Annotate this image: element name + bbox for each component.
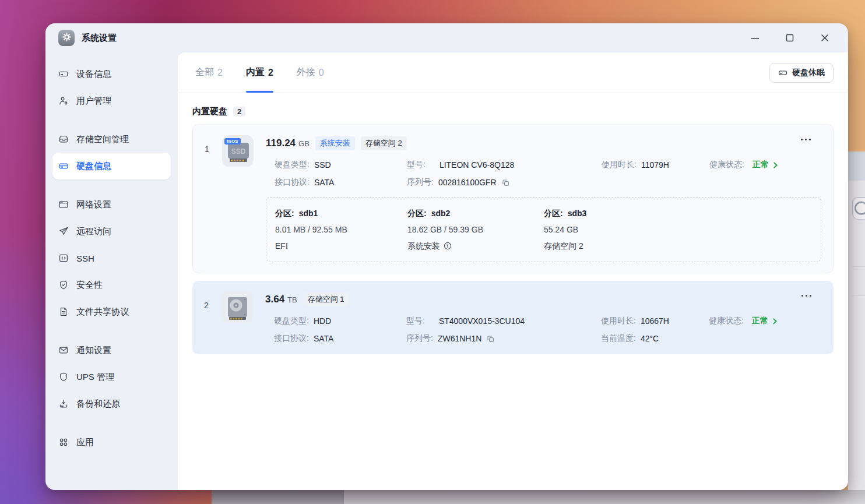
- sidebar-item-disk-info[interactable]: 硬盘信息: [52, 153, 171, 179]
- partition-sdb2: 分区:sdb2 18.62 GB / 59.39 GB 系统安装: [407, 205, 544, 254]
- sidebar-item-label: 用户管理: [76, 96, 111, 107]
- disk-2-health-link[interactable]: 健康状态: 正常: [709, 316, 822, 326]
- hdd-drive-icon: [221, 291, 253, 323]
- apps-grid-icon: [58, 437, 69, 447]
- sidebar-item-apps[interactable]: 应用: [52, 429, 171, 456]
- disk-capacity: 3.64: [265, 294, 284, 305]
- disk-type-value: HDD: [314, 316, 331, 326]
- system-settings-window: 系统设置 设备信息: [45, 23, 848, 490]
- field-label: 使用时长:: [601, 316, 636, 326]
- tab-external-disks[interactable]: 外接 0: [297, 52, 324, 93]
- chevron-right-icon: [772, 162, 779, 168]
- sidebar-item-security[interactable]: 安全性: [52, 272, 171, 298]
- tab-label: 内置: [246, 66, 265, 79]
- partition-box: 分区:sdb1 8.01 MB / 92.55 MB EFI 分区:sdb2 1…: [266, 197, 821, 262]
- sidebar-item-backup-restore[interactable]: 备份和还原: [52, 390, 171, 417]
- disk-sleep-button[interactable]: 硬盘休眠: [769, 63, 834, 83]
- sidebar-item-ssh[interactable]: SSH: [52, 245, 171, 272]
- sidebar-item-label: 通知设置: [76, 345, 111, 356]
- partition-name: sdb2: [431, 209, 451, 218]
- info-icon[interactable]: [444, 242, 452, 250]
- maximize-button[interactable]: [785, 33, 794, 43]
- partition-label: 分区:: [544, 209, 563, 218]
- disk-serial-value: 002816100GFR: [438, 178, 497, 187]
- sidebar-item-ups-management[interactable]: UPS 管理: [52, 364, 171, 390]
- sidebar-item-network-settings[interactable]: 网络设置: [52, 191, 171, 218]
- disk-protocol-value: SATA: [314, 178, 335, 187]
- close-button[interactable]: [820, 33, 829, 43]
- fnos-badge: fnOS: [224, 138, 241, 144]
- field-label: 硬盘类型:: [274, 316, 309, 326]
- window-title: 系统设置: [82, 33, 117, 44]
- tab-all-disks[interactable]: 全部 2: [195, 52, 223, 93]
- field-label: 健康状态:: [709, 316, 744, 326]
- document-icon: [58, 306, 69, 317]
- disk-capacity-unit: GB: [298, 139, 310, 148]
- health-status-value: 正常: [753, 160, 769, 170]
- disk-protocol-value: SATA: [314, 334, 334, 343]
- chevron-right-icon: [772, 318, 778, 325]
- sidebar-item-label: 安全性: [76, 280, 103, 291]
- search-icon: [853, 212, 865, 221]
- sidebar-item-remote-access[interactable]: 远程访问: [52, 218, 171, 245]
- svg-text:SSD: SSD: [231, 147, 246, 156]
- field-label: 型号:: [407, 160, 426, 170]
- sidebar-item-label: UPS 管理: [76, 372, 114, 383]
- storage-space-tag: 存储空间 2: [361, 136, 407, 150]
- copy-icon[interactable]: [501, 178, 510, 187]
- settings-sidebar: 设备信息 用户管理 存储空间管理: [45, 52, 178, 490]
- partition-name: sdb1: [299, 209, 318, 218]
- ssd-drive-icon: SSD fnOS: [222, 135, 254, 167]
- disk-1-more-menu-button[interactable]: [799, 136, 813, 143]
- sidebar-item-label: 远程访问: [76, 226, 111, 237]
- field-label: 使用时长:: [602, 160, 637, 170]
- tab-count: 2: [217, 68, 223, 78]
- network-window-icon: [58, 199, 69, 210]
- tab-label: 外接: [297, 66, 315, 79]
- partition-role: 系统安装: [407, 238, 440, 254]
- tab-internal-disks[interactable]: 内置 2: [246, 52, 273, 93]
- background-taskbar-segment: [212, 490, 344, 504]
- disk-capacity: 119.24: [266, 138, 296, 149]
- partition-size: 18.62 GB / 59.39 GB: [407, 221, 544, 238]
- disk-info-panel: 全部 2 内置 2 外接 0: [178, 52, 848, 490]
- background-window-titlebar: [848, 151, 865, 181]
- partition-label: 分区:: [407, 209, 427, 218]
- sidebar-item-label: 文件共享协议: [76, 306, 129, 318]
- field-label: 健康状态:: [709, 160, 744, 170]
- code-box-icon: [58, 253, 69, 263]
- disk-model-value: ST4000VX015-3CU104: [439, 316, 525, 326]
- envelope-icon: [58, 345, 69, 355]
- disk-1-health-link[interactable]: 健康状态: 正常: [709, 160, 821, 170]
- sidebar-item-label: SSH: [76, 253, 94, 263]
- disk-2-more-menu-button[interactable]: [799, 292, 814, 299]
- section-title: 内置硬盘: [192, 106, 227, 117]
- minimize-button[interactable]: [750, 33, 759, 43]
- disk-card-2: 2: [192, 281, 834, 354]
- partition-role: 存储空间 2: [544, 238, 583, 254]
- field-label: 当前温度:: [601, 333, 636, 344]
- field-label: 硬盘类型:: [275, 160, 310, 170]
- copy-icon[interactable]: [486, 334, 495, 343]
- shield-icon: [58, 372, 69, 382]
- user-gear-icon: [58, 96, 69, 106]
- disk-type-value: SSD: [314, 160, 331, 170]
- sidebar-item-storage-management[interactable]: 存储空间管理: [52, 126, 171, 153]
- settings-app-icon: [58, 30, 75, 46]
- disk-card-1: 1 SSD fnOS 119.24: [192, 124, 834, 273]
- sidebar-item-device-info[interactable]: 设备信息: [52, 61, 171, 87]
- backup-tray-icon: [58, 399, 69, 409]
- gear-icon: [62, 32, 72, 44]
- sidebar-item-notifications[interactable]: 通知设置: [52, 337, 171, 364]
- sidebar-item-user-management[interactable]: 用户管理: [52, 87, 171, 114]
- tab-count: 2: [268, 68, 273, 78]
- disk-model-value: LITEON CV6-8Q128: [439, 160, 514, 170]
- partition-sdb1: 分区:sdb1 8.01 MB / 92.55 MB EFI: [275, 205, 407, 254]
- sidebar-item-file-sharing[interactable]: 文件共享协议: [52, 298, 171, 325]
- background-search-box[interactable]: [852, 197, 865, 219]
- storage-tray-icon: [58, 134, 69, 144]
- shield-check-icon: [58, 280, 69, 290]
- paper-plane-icon: [58, 226, 69, 237]
- sidebar-item-label: 备份和还原: [76, 399, 120, 410]
- disk-temp-value: 42°C: [641, 334, 659, 343]
